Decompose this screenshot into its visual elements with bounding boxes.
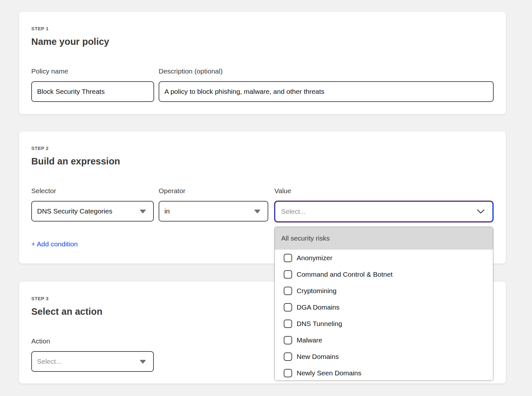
selector-field: Selector DNS Security Categories xyxy=(31,187,154,222)
dropdown-option[interactable]: Newly Seen Domains xyxy=(275,365,493,381)
action-placeholder: Select... xyxy=(37,358,62,365)
description-label: Description (optional) xyxy=(159,68,494,75)
option-checkbox[interactable] xyxy=(284,320,292,328)
dropdown-option-list: Anonymizer Command and Control & Botnet … xyxy=(275,250,493,381)
option-checkbox[interactable] xyxy=(284,270,292,279)
value-placeholder: Select... xyxy=(281,208,306,215)
chevron-down-icon xyxy=(477,209,485,214)
dropdown-option[interactable]: Anonymizer xyxy=(275,250,493,266)
action-field: Action Select... xyxy=(31,338,154,372)
policy-name-field: Policy name xyxy=(31,68,154,102)
option-checkbox[interactable] xyxy=(284,287,292,295)
operator-label: Operator xyxy=(159,187,268,194)
option-label: DNS Tunneling xyxy=(297,320,342,328)
step1-title: Name your policy xyxy=(31,36,494,47)
option-checkbox[interactable] xyxy=(284,254,292,262)
option-checkbox[interactable] xyxy=(284,303,292,312)
selector-selected-value: DNS Security Categories xyxy=(37,207,112,215)
caret-down-icon xyxy=(254,210,261,213)
dropdown-option[interactable]: Command and Control & Botnet xyxy=(275,266,493,282)
operator-select[interactable]: in xyxy=(159,201,268,222)
dropdown-option[interactable]: New Domains xyxy=(275,348,493,365)
selector-label: Selector xyxy=(31,187,154,194)
option-label: Cryptomining xyxy=(297,287,337,295)
option-label: Anonymizer xyxy=(297,254,332,262)
value-field: Value Select... All security risks Anony… xyxy=(274,187,493,222)
option-label: Command and Control & Botnet xyxy=(297,271,393,278)
dropdown-option[interactable]: DNS Tunneling xyxy=(275,315,493,332)
operator-field: Operator in xyxy=(159,187,268,222)
description-input[interactable] xyxy=(159,81,494,102)
dropdown-option[interactable]: Cryptomining xyxy=(275,282,493,299)
selector-select[interactable]: DNS Security Categories xyxy=(31,201,154,222)
step1-label: STEP 1 xyxy=(31,26,494,32)
value-label: Value xyxy=(274,187,493,194)
option-checkbox[interactable] xyxy=(284,352,292,361)
action-label: Action xyxy=(31,338,154,345)
action-select[interactable]: Select... xyxy=(31,351,154,372)
option-label: Malware xyxy=(297,336,322,344)
dropdown-group-header[interactable]: All security risks xyxy=(275,227,493,250)
step2-card: STEP 2 Build an expression Selector DNS … xyxy=(19,131,506,264)
caret-down-icon xyxy=(140,210,146,213)
value-select[interactable]: Select... xyxy=(274,201,493,222)
description-field: Description (optional) xyxy=(159,68,494,102)
step2-title: Build an expression xyxy=(31,156,494,167)
policy-name-input[interactable] xyxy=(31,81,154,102)
option-label: New Domains xyxy=(297,353,339,361)
option-label: DGA Domains xyxy=(297,303,340,311)
policy-name-label: Policy name xyxy=(31,68,154,75)
value-dropdown-menu: All security risks Anonymizer Command an… xyxy=(274,227,493,381)
dropdown-option[interactable]: Malware xyxy=(275,332,493,348)
policy-builder-page: STEP 1 Name your policy Policy name Desc… xyxy=(0,0,532,396)
option-label: Newly Seen Domains xyxy=(297,369,361,377)
step1-card: STEP 1 Name your policy Policy name Desc… xyxy=(19,11,506,114)
option-checkbox[interactable] xyxy=(284,369,292,377)
caret-down-icon xyxy=(140,360,146,364)
dropdown-option[interactable]: DGA Domains xyxy=(275,299,493,315)
step2-label: STEP 2 xyxy=(31,145,494,151)
option-checkbox[interactable] xyxy=(284,336,292,344)
operator-selected-value: in xyxy=(164,207,170,215)
add-condition-link[interactable]: + Add condition xyxy=(31,240,78,248)
